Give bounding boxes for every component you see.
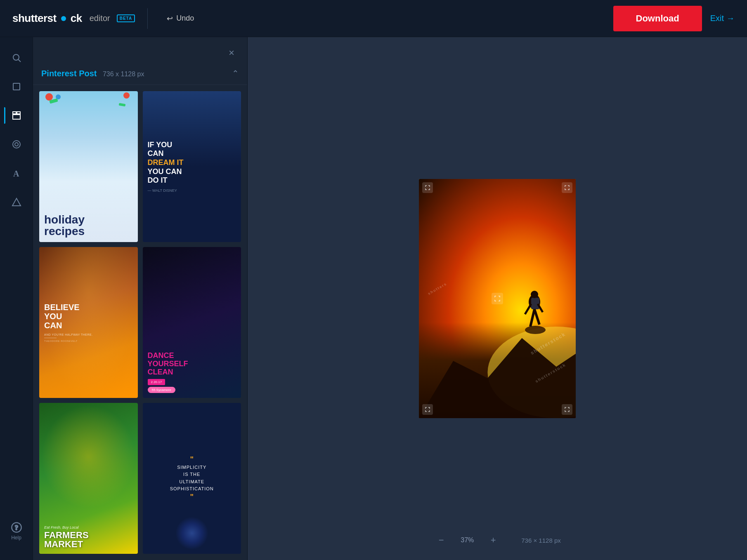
template-dance-date: 2.20.17: [148, 379, 165, 385]
template-believe-text: BELIEVEYOUCAN: [44, 303, 133, 330]
zoom-in-button[interactable]: +: [486, 533, 501, 548]
svg-line-18: [530, 309, 534, 327]
handle-center[interactable]: [492, 293, 503, 304]
template-holiday-recipes[interactable]: holidayrecipes: [39, 91, 138, 242]
hiker-svg: [519, 289, 548, 351]
svg-rect-5: [13, 115, 20, 119]
svg-line-1: [18, 60, 21, 62]
logo-dot: [61, 16, 66, 21]
logo: shutterst ck editor BETA: [12, 12, 135, 25]
panel-close-button[interactable]: ×: [224, 45, 239, 60]
sidebar-item-layers[interactable]: [4, 132, 29, 157]
sidebar-bottom: ? Help: [4, 519, 29, 552]
templates-panel: × Pinterest Post 736 x 1128 px ⌃: [33, 37, 248, 560]
sidebar-item-templates[interactable]: [4, 103, 29, 128]
template-dream-attribution: — WALT DISNEY: [148, 188, 236, 193]
logo-beta: BETA: [117, 14, 135, 22]
exit-arrow: →: [726, 14, 735, 23]
template-simplicity[interactable]: " SIMPLICITYIS THEULTIMATESOPHISTICATION…: [143, 403, 241, 554]
canvas-image[interactable]: shutterstock shutterstock shutters: [419, 179, 576, 418]
template-holiday-text: holidayrecipes: [44, 214, 133, 237]
zoom-level-display: 37%: [457, 536, 478, 544]
main-layout: A ? Help × Pinterest Post 736: [0, 37, 747, 560]
sidebar: A ? Help: [0, 37, 33, 560]
template-believe[interactable]: BELIEVEYOUCAN AND YOU'RE HALFWAY THERE. …: [39, 247, 138, 398]
template-dance-text: DANCEYOURSELFCLEAN: [148, 352, 236, 376]
chevron-up-icon[interactable]: ⌃: [232, 68, 239, 78]
bottom-toolbar: − 37% + 736 × 1128 px: [434, 533, 561, 548]
sidebar-item-text[interactable]: A: [4, 161, 29, 186]
sidebar-item-search[interactable]: [4, 45, 29, 70]
category-header: Pinterest Post 736 x 1128 px ⌃: [33, 64, 247, 85]
zoom-out-button[interactable]: −: [434, 533, 449, 548]
handle-top-left[interactable]: [422, 182, 433, 193]
template-farmers[interactable]: Eat Fresh, Buy Local FARMERSMARKET: [39, 403, 138, 554]
header-divider: [147, 8, 148, 29]
help-label: Help: [11, 535, 21, 541]
logo-brand-end: ck: [71, 12, 82, 25]
header: shutterst ck editor BETA ↩ Undo Download…: [0, 0, 747, 37]
sidebar-item-crop[interactable]: [4, 74, 29, 99]
logo-editor: editor: [90, 14, 110, 23]
svg-text:A: A: [13, 169, 19, 178]
header-right: Download Exit →: [613, 6, 735, 31]
svg-point-7: [15, 143, 18, 146]
template-dream-text: IF YOUCAN DREAM IT YOU CANDO IT: [148, 141, 236, 185]
template-believe-attr: THEODORE ROOSEVELT: [44, 340, 133, 342]
help-button[interactable]: ? Help: [4, 519, 29, 544]
category-title: Pinterest Post: [41, 69, 97, 78]
template-dance[interactable]: DANCEYOURSELFCLEAN 2.20.17 55 Sycamore: [143, 247, 241, 398]
svg-point-17: [531, 291, 538, 298]
template-farmers-sub: Eat Fresh, Buy Local: [44, 525, 133, 529]
logo-brand: shutterst: [12, 12, 57, 25]
svg-rect-2: [13, 83, 20, 90]
download-button[interactable]: Download: [613, 6, 702, 31]
exit-button[interactable]: Exit →: [710, 14, 735, 23]
canvas-area: shutterstock shutterstock shutters: [248, 37, 747, 560]
header-left: shutterst ck editor BETA ↩ Undo: [12, 8, 201, 29]
svg-point-0: [13, 54, 19, 60]
mountain-svg: [419, 287, 576, 418]
template-believe-sub: AND YOU'RE HALFWAY THERE.: [44, 333, 133, 336]
exit-label: Exit: [710, 14, 724, 23]
template-dance-location: 55 Sycamore: [148, 387, 175, 393]
svg-marker-9: [12, 198, 21, 206]
template-dream-it[interactable]: IF YOUCAN DREAM IT YOU CANDO IT — WALT D…: [143, 91, 241, 242]
svg-rect-4: [17, 112, 20, 114]
undo-label: Undo: [176, 14, 194, 23]
undo-button[interactable]: ↩ Undo: [160, 11, 201, 26]
panel-header: ×: [33, 37, 247, 64]
canvas-wrapper: shutterstock shutterstock shutters: [419, 179, 576, 418]
svg-rect-3: [13, 112, 16, 114]
svg-point-22: [525, 326, 546, 334]
handle-top-right[interactable]: [562, 182, 572, 193]
category-info: Pinterest Post 736 x 1128 px: [41, 69, 144, 78]
undo-icon: ↩: [167, 14, 173, 23]
svg-line-19: [534, 309, 539, 325]
templates-grid: holidayrecipes IF YOUCAN DREAM IT YOU CA…: [33, 85, 247, 560]
handle-bottom-right[interactable]: [562, 404, 572, 415]
canvas-size-display: 736 × 1128 px: [521, 537, 561, 544]
template-simplicity-text: SIMPLICITYIS THEULTIMATESOPHISTICATION: [170, 464, 214, 493]
svg-rect-16: [531, 298, 539, 309]
sidebar-item-shapes[interactable]: [4, 190, 29, 214]
svg-text:?: ?: [14, 524, 18, 532]
svg-point-6: [13, 141, 20, 148]
handle-bottom-left[interactable]: [422, 404, 433, 415]
svg-line-20: [525, 304, 531, 314]
template-farmers-text: FARMERSMARKET: [44, 531, 133, 549]
category-size: 736 x 1128 px: [103, 71, 144, 78]
